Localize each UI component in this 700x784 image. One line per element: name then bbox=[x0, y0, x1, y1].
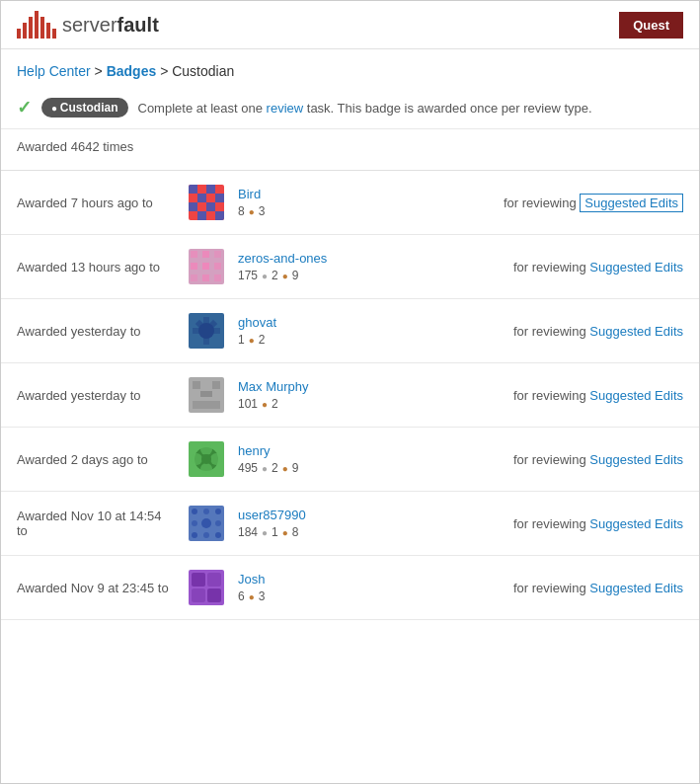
bronze-count: 9 bbox=[292, 461, 299, 475]
review-type-link[interactable]: Suggested Edits bbox=[589, 260, 683, 274]
svg-rect-51 bbox=[207, 588, 221, 602]
for-reviewing-text: for reviewing bbox=[504, 196, 580, 210]
svg-point-46 bbox=[215, 532, 221, 538]
checkmark-icon: ✓ bbox=[17, 97, 32, 118]
review-type-link[interactable]: Suggested Edits bbox=[589, 581, 683, 595]
svg-rect-48 bbox=[192, 573, 205, 587]
svg-rect-8 bbox=[215, 211, 224, 220]
svg-rect-22 bbox=[193, 328, 220, 334]
awards-list: Awarded 7 hours ago to Bird8●3for review… bbox=[1, 171, 699, 620]
breadcrumb-badges[interactable]: Badges bbox=[107, 63, 157, 79]
svg-rect-3 bbox=[197, 194, 206, 202]
user-name-link[interactable]: henry bbox=[238, 443, 366, 458]
review-info: for reviewing Suggested Edits bbox=[513, 388, 683, 403]
award-time: Awarded Nov 9 at 23:45 to bbox=[17, 581, 175, 595]
logo-bold: fault bbox=[117, 14, 159, 36]
breadcrumb-help-center[interactable]: Help Center bbox=[17, 63, 91, 79]
avatar bbox=[189, 249, 224, 284]
bar6 bbox=[46, 23, 50, 39]
awarded-times: Awarded 4642 times bbox=[1, 129, 699, 171]
svg-rect-15 bbox=[214, 263, 221, 270]
svg-point-38 bbox=[192, 509, 197, 514]
user-rep: 495 bbox=[238, 461, 258, 475]
award-row: Awarded yesterday to ghovat1●2for review… bbox=[1, 299, 699, 363]
svg-rect-13 bbox=[191, 263, 197, 270]
logo-light: server bbox=[62, 14, 117, 36]
award-time: Awarded 7 hours ago to bbox=[17, 196, 175, 210]
review-type-link[interactable]: Suggested Edits bbox=[589, 452, 683, 467]
svg-rect-2 bbox=[206, 185, 215, 194]
user-name-link[interactable]: Josh bbox=[238, 572, 366, 587]
svg-rect-14 bbox=[202, 263, 209, 270]
svg-rect-28 bbox=[193, 401, 220, 409]
user-stats: 495●2●9 bbox=[238, 461, 366, 475]
bronze-count: 9 bbox=[292, 269, 299, 282]
silver-badge-dot: ● bbox=[262, 463, 268, 474]
site-name: serverfault bbox=[62, 14, 159, 37]
user-stats: 175●2●9 bbox=[238, 269, 366, 282]
award-time: Awarded 2 days ago to bbox=[17, 452, 175, 467]
svg-point-39 bbox=[203, 509, 209, 514]
badge-pill: Custodian bbox=[41, 98, 128, 118]
user-info: Bird8●3 bbox=[238, 187, 366, 218]
badge-info-row: ✓ Custodian Complete at least one review… bbox=[1, 87, 699, 129]
review-info: for reviewing Suggested Edits bbox=[513, 516, 683, 531]
svg-rect-26 bbox=[193, 381, 200, 389]
for-reviewing-text: for reviewing bbox=[513, 516, 589, 531]
for-reviewing-text: for reviewing bbox=[513, 260, 589, 274]
breadcrumb: Help Center > Badges > Custodian bbox=[1, 49, 699, 87]
header: serverfault Quest bbox=[1, 1, 699, 49]
svg-rect-1 bbox=[189, 185, 197, 194]
award-time: Awarded yesterday to bbox=[17, 324, 175, 339]
bar7 bbox=[52, 29, 56, 39]
svg-point-40 bbox=[215, 509, 221, 514]
review-info: for reviewing Suggested Edits bbox=[513, 260, 683, 274]
svg-rect-17 bbox=[202, 274, 209, 281]
user-info: user857990184●1●8 bbox=[238, 508, 366, 539]
user-rep: 8 bbox=[238, 204, 245, 218]
user-stats: 184●1●8 bbox=[238, 525, 366, 539]
svg-point-33 bbox=[200, 463, 212, 475]
avatar bbox=[189, 441, 224, 477]
svg-rect-11 bbox=[202, 251, 209, 258]
svg-rect-12 bbox=[214, 251, 221, 258]
silver-badge-dot: ● bbox=[262, 271, 268, 281]
review-link[interactable]: review bbox=[267, 101, 304, 116]
user-name-link[interactable]: Bird bbox=[238, 187, 366, 201]
bronze-count: 8 bbox=[292, 525, 299, 539]
svg-point-44 bbox=[192, 532, 197, 538]
award-time: Awarded Nov 10 at 14:54 to bbox=[17, 509, 175, 538]
user-rep: 101 bbox=[238, 397, 258, 411]
review-info: for reviewing Suggested Edits bbox=[504, 196, 683, 210]
user-name-link[interactable]: user857990 bbox=[238, 508, 366, 522]
user-info: Max Murphy101●2 bbox=[238, 379, 366, 411]
bronze-count: 2 bbox=[272, 397, 278, 411]
svg-point-35 bbox=[210, 453, 222, 465]
for-reviewing-text: for reviewing bbox=[513, 324, 589, 339]
award-time: Awarded 13 hours ago to bbox=[17, 260, 175, 274]
user-name-link[interactable]: ghovat bbox=[238, 315, 366, 330]
quest-button[interactable]: Quest bbox=[619, 12, 683, 39]
silver-badge-dot: ● bbox=[262, 527, 268, 538]
for-reviewing-text: for reviewing bbox=[513, 388, 589, 403]
svg-point-32 bbox=[200, 443, 212, 455]
svg-point-34 bbox=[191, 453, 202, 465]
silver-count: 2 bbox=[272, 461, 278, 475]
user-stats: 6●3 bbox=[238, 589, 366, 603]
review-type-link[interactable]: Suggested Edits bbox=[589, 516, 683, 531]
review-type-link[interactable]: Suggested Edits bbox=[589, 324, 683, 339]
breadcrumb-current: Custodian bbox=[172, 63, 234, 79]
review-type-link[interactable]: Suggested Edits bbox=[580, 194, 683, 212]
user-name-link[interactable]: zeros-and-ones bbox=[238, 251, 366, 266]
avatar bbox=[189, 377, 224, 413]
user-name-link[interactable]: Max Murphy bbox=[238, 379, 366, 394]
user-stats: 1●2 bbox=[238, 333, 366, 347]
award-row: Awarded yesterday to Max Murphy101●2for … bbox=[1, 363, 699, 428]
page-wrapper: serverfault Quest Help Center > Badges >… bbox=[0, 0, 700, 784]
review-info: for reviewing Suggested Edits bbox=[513, 581, 683, 595]
user-stats: 101●2 bbox=[238, 397, 366, 411]
review-type-link[interactable]: Suggested Edits bbox=[589, 388, 683, 403]
bar1 bbox=[17, 29, 21, 39]
svg-rect-16 bbox=[191, 274, 197, 281]
award-row: Awarded Nov 9 at 23:45 to Josh6●3for rev… bbox=[1, 556, 699, 620]
